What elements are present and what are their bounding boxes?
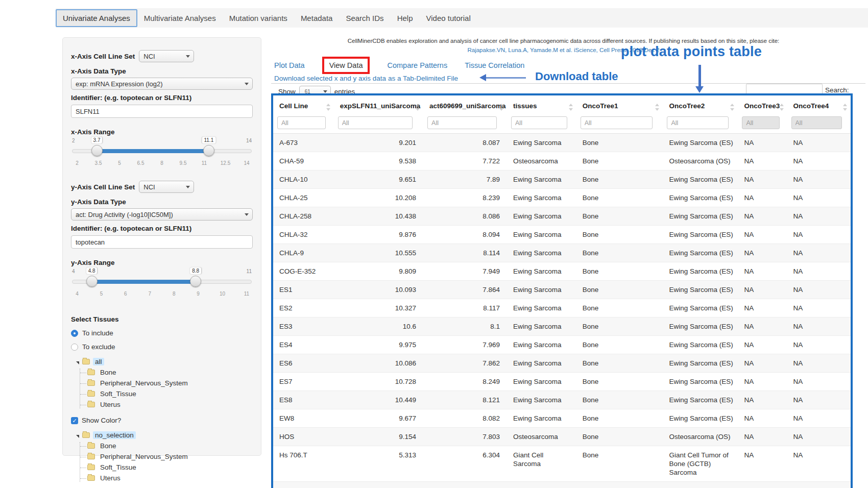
tree-node[interactable]: Peripheral_Nervous_System (80, 379, 253, 387)
table-row[interactable]: CHLA-32 9.876 8.094 Ewing Sarcoma Bone E… (273, 226, 851, 244)
table-row[interactable]: CHLA-10 9.651 7.89 Ewing Sarcoma Bone Ew… (273, 170, 851, 189)
filter-oncotree1[interactable] (581, 116, 653, 129)
sort-icon[interactable] (326, 104, 331, 111)
nav-metadata[interactable]: Metadata (294, 10, 340, 27)
sort-icon[interactable] (842, 104, 848, 111)
y-range-low-handle[interactable] (86, 276, 98, 287)
tree-expand-icon[interactable] (76, 435, 79, 438)
nav-mutation-variants[interactable]: Mutation variants (223, 10, 294, 27)
col-header-act[interactable]: act609699_uniSarcoma (423, 95, 507, 114)
tree-node[interactable]: Bone (80, 369, 253, 376)
sort-icon[interactable] (499, 104, 504, 111)
sort-icon[interactable] (568, 104, 573, 111)
table-row[interactable]: ES2 10.327 8.117 Ewing Sarcoma Bone Ewin… (273, 299, 851, 318)
y-data-type-select[interactable]: act: Drug Activity (-log10[IC50M]) (71, 208, 253, 221)
filter-tissues[interactable] (511, 116, 567, 129)
table-row[interactable]: ES6 10.086 7.862 Ewing Sarcoma Bone Ewin… (273, 354, 851, 373)
download-tab-delimited-link[interactable]: Download selected x and y axis data as a… (274, 75, 458, 82)
citation-text: CellMinerCDB enables exploration and ana… (271, 38, 856, 44)
x-range-high-value: 11.1 (202, 137, 215, 143)
folder-icon (87, 370, 95, 375)
oncotree3-cell: NA (738, 244, 787, 262)
filter-act[interactable] (427, 116, 497, 129)
tab-tissue-correlation[interactable]: Tissue Correlation (465, 61, 524, 69)
x-range-low-handle[interactable] (91, 145, 103, 156)
folder-icon (87, 465, 95, 470)
col-header-exp[interactable]: expSLFN11_uniSarcoma (334, 95, 423, 114)
tissues-exclude-radio[interactable]: To exclude (71, 343, 253, 351)
tissues-cell: Ewing Sarcoma (507, 244, 576, 262)
x-data-type-select[interactable]: exp: mRNA Expression (log2) (71, 78, 253, 90)
y-range-slider[interactable]: 4 11 4.8 8.8 4567891011 (71, 269, 253, 300)
tree-node[interactable]: Uterus (80, 474, 253, 482)
y-range-high-handle[interactable] (190, 276, 201, 287)
cell-line-cell: ES2 (273, 299, 334, 318)
tab-plot-data[interactable]: Plot Data (274, 61, 305, 69)
nav-search-ids[interactable]: Search IDs (339, 10, 390, 27)
col-header-oncotree4[interactable]: OncoTree4 (787, 95, 851, 114)
sort-icon[interactable] (779, 104, 784, 111)
table-row[interactable]: ES8 10.449 8.121 Ewing Sarcoma Bone Ewin… (273, 391, 851, 409)
sort-icon[interactable] (730, 104, 735, 111)
col-header-tissues[interactable]: tissues (507, 95, 576, 114)
oncotree1-cell: Bone (576, 482, 663, 488)
nav-help[interactable]: Help (391, 10, 420, 27)
tab-compare-patterns[interactable]: Compare Patterns (387, 61, 447, 69)
citation-link[interactable]: Rajapakse.VN, Luna.A, Yamade.M et al. iS… (271, 47, 856, 53)
x-range-high-handle[interactable] (203, 145, 214, 156)
exp-value-cell: 10.438 (334, 207, 423, 226)
tree-node-label: Bone (98, 442, 118, 450)
tree-node[interactable]: Peripheral_Nervous_System (80, 453, 253, 460)
table-row[interactable]: HOS 9.154 7.803 Osteosarcoma Bone Osteos… (273, 428, 851, 446)
table-row[interactable]: CHLA-258 10.438 8.086 Ewing Sarcoma Bone… (273, 207, 851, 226)
nav-video-tutorial[interactable]: Video tutorial (419, 10, 477, 27)
col-header-cell-line[interactable]: Cell Line (273, 95, 334, 114)
filter-cell-line[interactable] (277, 116, 326, 129)
exp-value-cell: 9.154 (334, 428, 423, 446)
tree-node-no-selection[interactable]: no_selection (93, 431, 136, 439)
table-row[interactable]: CHLA-9 10.555 8.114 Ewing Sarcoma Bone E… (273, 244, 851, 262)
col-header-oncotree1[interactable]: OncoTree1 (576, 95, 663, 114)
col-header-oncotree2[interactable]: OncoTree2 (663, 95, 738, 114)
table-row[interactable]: CHA-59 9.538 7.722 Osteosarcoma Bone Ost… (273, 152, 851, 170)
show-color-checkbox[interactable]: ✓ Show Color? (71, 417, 253, 424)
table-row[interactable]: ES7 10.728 8.249 Ewing Sarcoma Bone Ewin… (273, 373, 851, 391)
table-row[interactable]: ES4 9.975 7.969 Ewing Sarcoma Bone Ewing… (273, 336, 851, 354)
table-row[interactable]: EW8 9.677 8.082 Ewing Sarcoma Bone Ewing… (273, 409, 851, 428)
cell-line-cell: CHLA-258 (273, 207, 334, 226)
x-cell-line-set-select[interactable]: NCI (139, 50, 194, 62)
x-range-slider[interactable]: 2 14 3.7 11.1 23.556.589.51112.514 (71, 138, 253, 169)
oncotree3-cell: NA (738, 226, 787, 244)
table-row[interactable]: Hu09 8.733 7.97 Osteosarcoma Bone Osteos… (273, 482, 851, 488)
x-identifier-input[interactable] (71, 105, 253, 118)
tree-node[interactable]: Uterus (80, 401, 253, 408)
filter-oncotree2[interactable] (667, 116, 729, 129)
tree-expand-icon[interactable] (76, 361, 79, 364)
tree-node[interactable]: Bone (80, 442, 253, 450)
tree-node-all[interactable]: all (93, 358, 104, 365)
table-row[interactable]: ES3 10.6 8.1 Ewing Sarcoma Bone Ewing Sa… (273, 318, 851, 336)
sort-icon[interactable] (655, 104, 660, 111)
sort-icon[interactable] (415, 104, 420, 111)
tree-node-label: Soft_Tissue (98, 390, 138, 398)
oncotree2-cell: Ewing Sarcoma (ES) (663, 281, 738, 299)
tree-node[interactable]: Soft_Tissue (80, 390, 253, 398)
oncotree4-cell: NA (787, 391, 851, 409)
oncotree2-cell: Ewing Sarcoma (ES) (663, 409, 738, 428)
table-row[interactable]: COG-E-352 9.809 7.949 Ewing Sarcoma Bone… (273, 262, 851, 281)
table-row[interactable]: CHLA-25 10.208 8.239 Ewing Sarcoma Bone … (273, 189, 851, 207)
nav-multivariate-analyses[interactable]: Multivariate Analyses (137, 10, 223, 27)
table-row[interactable]: A-673 9.201 8.087 Ewing Sarcoma Bone Ewi… (273, 134, 851, 152)
col-header-oncotree3[interactable]: OncoTree3 (738, 95, 787, 114)
tissues-cell: Ewing Sarcoma (507, 318, 576, 336)
tree-node[interactable]: Soft_Tissue (80, 463, 253, 471)
nav-univariate-analyses[interactable]: Univariate Analyses (56, 9, 137, 27)
y-cell-line-set-select[interactable]: NCI (139, 181, 194, 193)
act-value-cell: 6.304 (423, 446, 507, 482)
table-row[interactable]: Hs 706.T 5.313 6.304 Giant Cell Sarcoma … (273, 446, 851, 482)
filter-exp[interactable] (338, 116, 413, 129)
tab-view-data[interactable]: View Data (322, 57, 370, 74)
y-identifier-input[interactable] (71, 235, 253, 249)
table-row[interactable]: ES1 10.093 7.864 Ewing Sarcoma Bone Ewin… (273, 281, 851, 299)
tissues-include-radio[interactable]: To include (71, 329, 253, 337)
